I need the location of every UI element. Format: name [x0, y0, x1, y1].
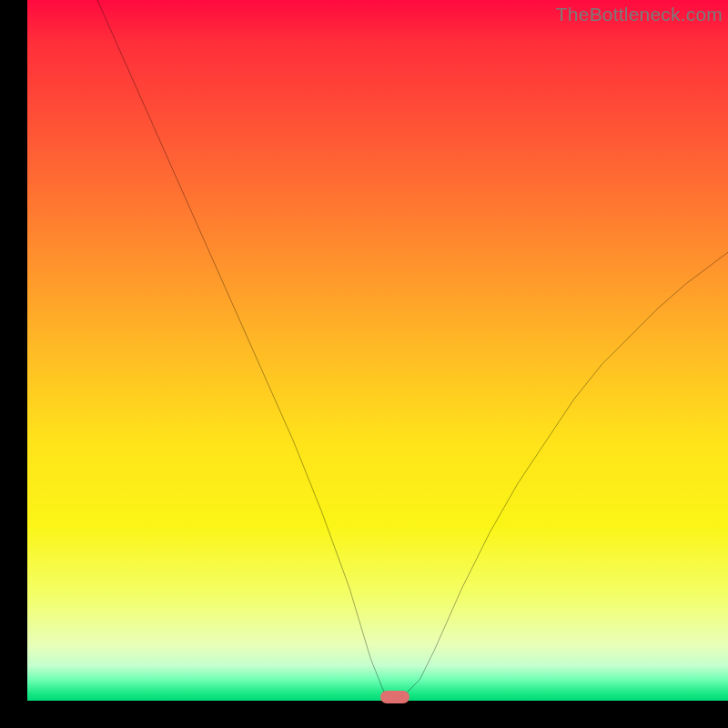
watermark-text: TheBottleneck.com: [556, 4, 723, 25]
optimum-marker: [380, 691, 410, 703]
bottleneck-curve: [27, 0, 728, 701]
chart-frame: TheBottleneck.com: [27, 0, 728, 701]
